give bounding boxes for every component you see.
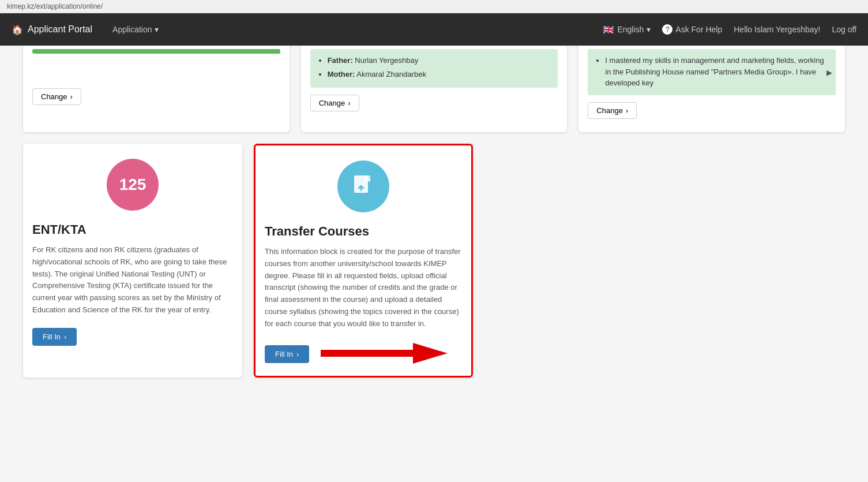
url-text: kimep.kz/ext/application/online/ xyxy=(7,2,103,10)
ask-for-help-link[interactable]: ? Ask For Help xyxy=(662,24,722,35)
address-bar: kimep.kz/ext/application/online/ xyxy=(0,0,868,13)
progress-bar xyxy=(32,49,280,54)
english-arrow: ▾ xyxy=(647,25,651,34)
change-button-left[interactable]: Change › xyxy=(32,88,81,105)
transfer-fill-in-arrow: › xyxy=(296,350,299,358)
change-arrow-middle: › xyxy=(348,99,350,107)
brand-label: Applicant Portal xyxy=(28,24,92,35)
hello-user-label: Hello Islam Yergeshbay! xyxy=(734,25,820,34)
transfer-fill-in-label: Fill In xyxy=(275,350,293,358)
red-arrow-indicator xyxy=(321,342,448,367)
transfer-fill-in-row: Fill In › xyxy=(265,342,462,367)
main-content: Change › Father: Nurlan Yergeshbay Mothe… xyxy=(0,46,868,401)
ent-score-circle: 125 xyxy=(107,159,159,211)
flag-icon: 🇬🇧 xyxy=(603,24,614,35)
change-label-right: Change xyxy=(596,106,623,115)
transfer-courses-card: Transfer Courses This information block … xyxy=(254,144,473,378)
card-left: Change › xyxy=(23,46,290,132)
logoff-button[interactable]: Log off xyxy=(832,25,856,34)
scroll-arrow-right[interactable]: ▸ xyxy=(826,63,832,81)
ent-card-description: For RK citizens and non RK citizens (gra… xyxy=(32,244,233,316)
father-item: Father: Nurlan Yergeshbay xyxy=(328,55,550,66)
parents-info: Father: Nurlan Yergeshbay Mother: Akmara… xyxy=(310,49,558,88)
change-button-right[interactable]: Change › xyxy=(588,102,637,119)
ask-help-label: Ask For Help xyxy=(675,25,722,34)
mother-item: Mother: Akmaral Zhandarbek xyxy=(328,69,550,80)
career-info: I mastered my skills in management and m… xyxy=(588,49,836,95)
english-label: English xyxy=(617,25,644,34)
change-label-middle: Change xyxy=(319,99,345,107)
ent-score-value: 125 xyxy=(119,175,146,194)
user-greeting: Hello Islam Yergeshbay! xyxy=(734,25,820,34)
ent-fill-in-button[interactable]: Fill In › xyxy=(32,328,77,346)
change-arrow-left: › xyxy=(70,92,73,101)
bottom-cards-row: 125 ENT/KTA For RK citizens and non RK c… xyxy=(23,144,845,378)
application-menu[interactable]: Application ▾ xyxy=(110,25,161,34)
ent-fill-in-arrow: › xyxy=(64,332,66,341)
logoff-label: Log off xyxy=(832,25,856,34)
ent-card-title: ENT/KTA xyxy=(32,222,233,237)
application-label: Application xyxy=(112,25,152,34)
upload-icon-circle xyxy=(337,160,389,212)
transfer-fill-in-button[interactable]: Fill In › xyxy=(265,345,309,363)
help-icon: ? xyxy=(662,24,672,35)
upload-document-icon xyxy=(353,174,374,199)
transfer-card-description: This information block is created for th… xyxy=(265,246,462,330)
dropdown-arrow: ▾ xyxy=(155,25,159,34)
navbar-right: 🇬🇧 English ▾ ? Ask For Help Hello Islam … xyxy=(603,24,856,35)
change-arrow-right: › xyxy=(626,106,628,115)
career-item: I mastered my skills in management and m… xyxy=(605,55,828,89)
ent-fill-in-label: Fill In xyxy=(43,332,61,341)
svg-rect-1 xyxy=(365,175,370,181)
navbar: 🏠 Applicant Portal Application ▾ 🇬🇧 Engl… xyxy=(0,13,868,46)
change-label-left: Change xyxy=(41,92,67,101)
home-icon: 🏠 xyxy=(12,24,23,35)
change-button-middle[interactable]: Change › xyxy=(310,95,359,111)
svg-marker-2 xyxy=(321,343,448,364)
ent-kta-card: 125 ENT/KTA For RK citizens and non RK c… xyxy=(23,144,242,378)
career-list: I mastered my skills in management and m… xyxy=(596,55,828,89)
parents-list: Father: Nurlan Yergeshbay Mother: Akmara… xyxy=(318,55,550,80)
top-cards-row: Change › Father: Nurlan Yergeshbay Mothe… xyxy=(23,46,845,132)
transfer-card-title: Transfer Courses xyxy=(265,224,462,239)
card-right: I mastered my skills in management and m… xyxy=(578,46,845,132)
card-middle: Father: Nurlan Yergeshbay Mother: Akmara… xyxy=(301,46,568,132)
language-selector[interactable]: 🇬🇧 English ▾ xyxy=(603,24,651,35)
brand-link[interactable]: 🏠 Applicant Portal xyxy=(12,24,92,35)
